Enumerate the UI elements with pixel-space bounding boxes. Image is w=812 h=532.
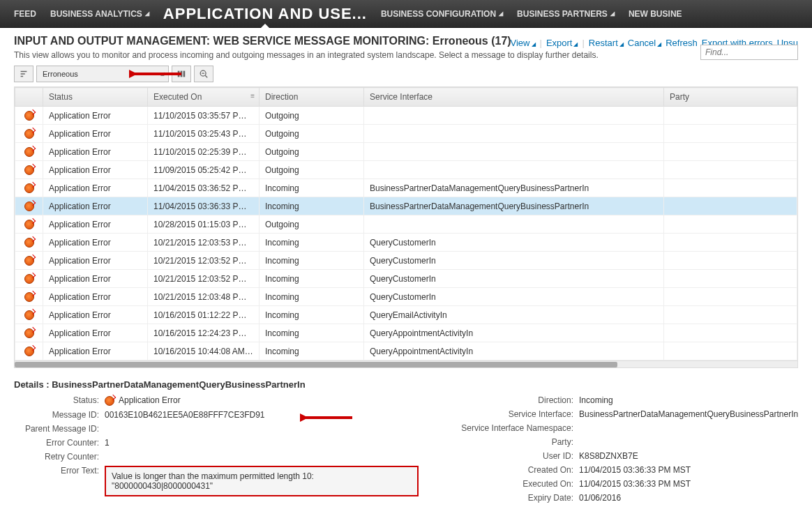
col-service-interface[interactable]: Service Interface bbox=[364, 88, 664, 107]
scrollbar-thumb[interactable] bbox=[15, 362, 617, 367]
caret-icon: ◢ bbox=[145, 10, 149, 17]
field-error-counter: Error Counter: 1 bbox=[14, 438, 419, 448]
field-created-on: Created On: 11/04/2015 03:36:33 PM MST bbox=[446, 465, 798, 475]
cell-party bbox=[664, 324, 797, 342]
details-panel: Details : BusinessPartnerDataManagementQ… bbox=[14, 379, 798, 507]
col-direction[interactable]: Direction bbox=[260, 88, 364, 107]
error-status-icon bbox=[24, 274, 34, 284]
cell-executed: 10/16/2015 10:44:08 AM M... bbox=[148, 342, 260, 360]
cell-party bbox=[664, 270, 797, 288]
cell-status: Application Error bbox=[43, 252, 148, 270]
error-status-icon bbox=[24, 111, 34, 121]
cell-service-interface bbox=[364, 143, 664, 161]
cell-direction: Outgoing bbox=[260, 143, 364, 161]
zoom-out-button[interactable] bbox=[194, 66, 213, 82]
cell-direction: Incoming bbox=[260, 324, 364, 342]
svg-rect-2 bbox=[183, 71, 186, 77]
nav-label: BUSINESS ANALYTICS bbox=[50, 9, 142, 19]
field-message-id: Message ID: 00163E10B4621EE5A0E88FFF7CE3… bbox=[14, 410, 419, 420]
cell-party bbox=[664, 288, 797, 306]
sort-button[interactable] bbox=[14, 66, 33, 82]
horizontal-scrollbar[interactable] bbox=[15, 360, 797, 367]
error-status-icon bbox=[24, 147, 34, 157]
cell-direction: Outgoing bbox=[260, 107, 364, 125]
message-table: Status Executed On Direction Service Int… bbox=[15, 87, 797, 360]
field-parent-message-id: Parent Message ID: bbox=[14, 424, 419, 434]
caret-icon: ◢ bbox=[657, 41, 661, 47]
caret-icon: ◢ bbox=[573, 41, 578, 47]
cell-service-interface: BusinessPartnerDataManagementQueryBusine… bbox=[364, 197, 664, 215]
action-cancel[interactable]: Cancel◢ bbox=[628, 38, 661, 48]
error-status-icon bbox=[24, 129, 34, 139]
message-table-wrap: Status Executed On Direction Service Int… bbox=[14, 86, 798, 368]
field-party: Party: bbox=[446, 437, 798, 447]
caret-icon: ◢ bbox=[610, 10, 615, 17]
table-row[interactable]: Application Error11/09/2015 05:25:42 PM … bbox=[15, 161, 797, 179]
table-row[interactable]: Application Error11/10/2015 03:35:57 PM … bbox=[15, 107, 797, 125]
cell-status: Application Error bbox=[43, 342, 148, 360]
action-refresh[interactable]: Refresh bbox=[666, 38, 698, 48]
cell-executed: 11/10/2015 03:35:57 PM M... bbox=[148, 107, 260, 125]
table-row[interactable]: Application Error10/21/2015 12:03:52 PM … bbox=[15, 252, 797, 270]
details-title: Details : BusinessPartnerDataManagementQ… bbox=[14, 379, 798, 390]
cell-service-interface: QueryEmailActivityIn bbox=[364, 306, 664, 324]
cell-service-interface: QueryCustomerIn bbox=[364, 288, 664, 306]
table-row[interactable]: Application Error11/04/2015 03:36:52 PM … bbox=[15, 179, 797, 197]
field-service-interface: Service Interface: BusinessPartnerDataMa… bbox=[446, 409, 798, 419]
table-row[interactable]: Application Error10/16/2015 01:12:22 PM … bbox=[15, 306, 797, 324]
table-row[interactable]: Application Error11/10/2015 02:25:39 PM … bbox=[15, 143, 797, 161]
cell-status: Application Error bbox=[43, 197, 148, 215]
cell-direction: Incoming bbox=[260, 197, 364, 215]
table-row[interactable]: Application Error10/16/2015 10:44:08 AM … bbox=[15, 342, 797, 360]
cell-executed: 10/21/2015 12:03:53 PM M... bbox=[148, 234, 260, 252]
nav-business-analytics[interactable]: BUSINESS ANALYTICS◢ bbox=[43, 0, 156, 27]
field-direction: Direction: Incoming bbox=[446, 395, 798, 405]
columns-button[interactable] bbox=[172, 66, 191, 82]
filter-dropdown[interactable]: Erroneous bbox=[36, 66, 169, 82]
cell-service-interface: BusinessPartnerDataManagementQueryBusine… bbox=[364, 179, 664, 197]
field-error-text: Error Text: Value is longer than the max… bbox=[14, 466, 419, 496]
table-row[interactable]: Application Error10/21/2015 12:03:52 PM … bbox=[15, 270, 797, 288]
col-icon[interactable] bbox=[15, 88, 43, 107]
field-status: Status: Application Error bbox=[14, 395, 419, 406]
zoom-out-icon bbox=[199, 69, 209, 79]
cell-service-interface: QueryCustomerIn bbox=[364, 270, 664, 288]
cell-service-interface bbox=[364, 161, 664, 179]
cell-service-interface: QueryAppointmentActivityIn bbox=[364, 324, 664, 342]
cell-service-interface bbox=[364, 107, 664, 125]
field-service-interface-namespace: Service Interface Namespace: bbox=[446, 423, 798, 433]
page-description: This view allows you to monitor and proc… bbox=[14, 50, 798, 60]
cell-party bbox=[664, 107, 797, 125]
cell-executed: 10/21/2015 12:03:52 PM M... bbox=[148, 270, 260, 288]
table-row[interactable]: Application Error10/21/2015 12:03:53 PM … bbox=[15, 234, 797, 252]
cell-direction: Incoming bbox=[260, 252, 364, 270]
nav-business-configuration[interactable]: BUSINESS CONFIGURATION◢ bbox=[374, 0, 510, 27]
nav-feed[interactable]: FEED bbox=[7, 0, 43, 27]
col-status[interactable]: Status bbox=[43, 88, 148, 107]
action-view[interactable]: View◢ bbox=[511, 38, 536, 48]
nav-business-partners[interactable]: BUSINESS PARTNERS◢ bbox=[510, 0, 622, 27]
details-right-column: Direction: Incoming Service Interface: B… bbox=[446, 395, 798, 507]
action-export[interactable]: Export◢ bbox=[546, 38, 578, 48]
nav-new-business[interactable]: NEW BUSINE bbox=[622, 0, 689, 27]
col-party[interactable]: Party bbox=[664, 88, 797, 107]
cell-status: Application Error bbox=[43, 324, 148, 342]
col-executed-on[interactable]: Executed On bbox=[148, 88, 260, 107]
cell-status: Application Error bbox=[43, 107, 148, 125]
error-status-icon bbox=[24, 202, 34, 211]
nav-application-and-use[interactable]: APPLICATION AND USE... bbox=[156, 0, 374, 27]
table-row[interactable]: Application Error10/28/2015 01:15:03 PM … bbox=[15, 215, 797, 234]
cell-party bbox=[664, 125, 797, 143]
table-row[interactable]: Application Error11/10/2015 03:25:43 PM … bbox=[15, 125, 797, 143]
svg-rect-1 bbox=[181, 71, 183, 77]
table-row[interactable]: Application Error11/04/2015 03:36:33 PM … bbox=[15, 197, 797, 215]
cell-party bbox=[664, 143, 797, 161]
table-row[interactable]: Application Error10/16/2015 12:24:23 PM … bbox=[15, 324, 797, 342]
page-content: View◢| Export◢| Restart◢ Cancel◢ Refresh… bbox=[0, 28, 812, 514]
find-input[interactable] bbox=[700, 45, 798, 60]
cell-direction: Incoming bbox=[260, 306, 364, 324]
cell-direction: Incoming bbox=[260, 179, 364, 197]
table-row[interactable]: Application Error10/21/2015 12:03:48 PM … bbox=[15, 288, 797, 306]
cell-party bbox=[664, 306, 797, 324]
action-restart[interactable]: Restart◢ bbox=[589, 38, 624, 48]
